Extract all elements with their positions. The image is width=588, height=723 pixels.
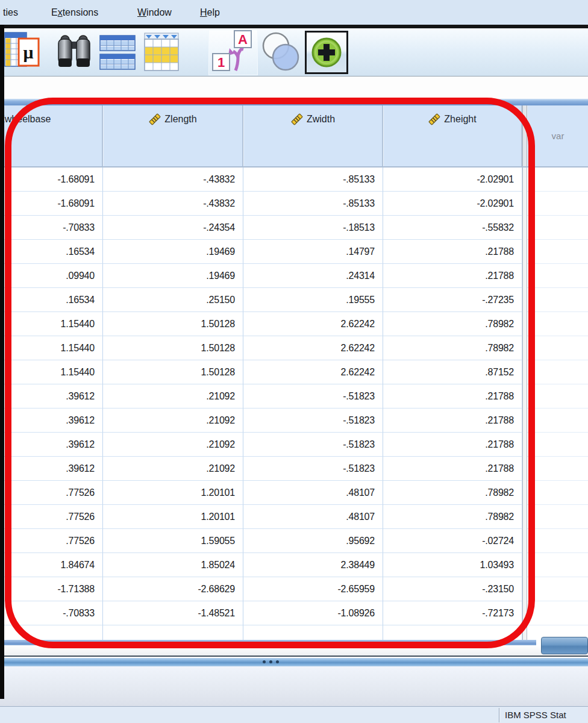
cell-zlength[interactable]: 1.50128 [103,312,243,336]
cell-zheight[interactable]: .78982 [383,336,522,360]
cell-var-empty[interactable] [527,192,588,216]
cell-zheight[interactable]: .78982 [383,481,522,505]
menu-item-help[interactable]: Help [200,0,220,25]
variables-button[interactable]: μ [4,31,41,73]
cell-zwidth[interactable]: -.85133 [243,192,383,216]
cell-zwheelbase[interactable]: 1.15440 [0,336,103,360]
cell-var-empty[interactable] [527,457,588,481]
find-button[interactable] [55,33,93,73]
cell-var-empty[interactable] [527,601,588,625]
cell-zlength[interactable]: -.43832 [103,167,243,192]
cell-zwheelbase[interactable] [0,625,103,640]
cell-zwheelbase[interactable]: -.70833 [0,601,103,625]
menu-item-extensions[interactable]: Extensions [51,0,98,25]
cell-zheight[interactable]: -.27235 [383,288,522,312]
cell-var-empty[interactable] [527,553,588,577]
cell-zwheelbase[interactable]: .77526 [0,529,103,553]
cell-var-empty[interactable] [527,384,588,408]
cell-var-empty[interactable] [527,312,588,336]
cell-zwidth[interactable]: .24314 [243,264,383,288]
cell-var-empty[interactable] [527,216,588,240]
insert-cases-button[interactable] [99,34,136,73]
cell-zlength[interactable]: .25150 [103,288,243,312]
cell-zwidth[interactable]: 2.62242 [243,312,383,336]
column-header-zwidth[interactable]: Zwidth [243,105,383,166]
cell-zwheelbase[interactable]: .39612 [0,433,103,457]
cell-zwidth[interactable]: .14797 [243,240,383,264]
cell-zwheelbase[interactable]: .77526 [0,505,103,529]
splitter-handle-icon[interactable] [263,660,279,663]
cell-zwheelbase[interactable]: -.70833 [0,216,103,240]
cell-zwheelbase[interactable]: 1.84674 [0,553,103,577]
cell-zheight[interactable]: -.55832 [383,216,522,240]
menu-item-utilities-partial[interactable]: ties [3,0,18,25]
cell-zheight[interactable]: .21788 [383,433,522,457]
cell-zwheelbase[interactable]: .77526 [0,481,103,505]
cell-var-empty[interactable] [527,408,588,433]
cell-zwidth[interactable]: -1.08926 [243,601,383,625]
cell-zheight[interactable]: .21788 [383,384,522,408]
cell-zheight[interactable]: .21788 [383,457,522,481]
cell-zwheelbase[interactable]: -1.71388 [0,577,103,601]
cell-var-empty[interactable] [527,529,588,553]
cell-zwheelbase[interactable]: .09940 [0,264,103,288]
cell-zwidth[interactable]: 2.38449 [243,553,383,577]
cell-zlength[interactable]: -.24354 [103,216,243,240]
cell-zwidth[interactable]: -.51823 [243,457,383,481]
cell-zheight[interactable]: -.72173 [383,601,522,625]
cell-zlength[interactable]: -2.68629 [103,577,243,601]
cell-zlength[interactable]: 1.20101 [103,481,243,505]
cell-zwheelbase[interactable]: .39612 [0,408,103,433]
cell-zwidth[interactable]: 2.62242 [243,336,383,360]
cell-zwheelbase[interactable]: .16534 [0,240,103,264]
cell-zwheelbase[interactable]: .39612 [0,457,103,481]
cell-zwidth[interactable]: 2.62242 [243,360,383,384]
cell-zlength[interactable]: .21092 [103,457,243,481]
cell-zlength[interactable]: -.43832 [103,192,243,216]
cell-zheight[interactable]: .21788 [383,408,522,433]
cell-zlength[interactable]: 1.59055 [103,529,243,553]
cell-zwheelbase[interactable]: .39612 [0,384,103,408]
cell-var-empty[interactable] [527,264,588,288]
column-header-zwheelbase[interactable]: Zwheelbase [0,105,103,166]
cell-zheight[interactable]: .78982 [383,312,522,336]
cell-var-empty[interactable] [527,336,588,360]
cell-zheight[interactable]: -2.02901 [383,167,522,192]
horizontal-scrollbar-thumb[interactable] [541,637,588,654]
cell-zwheelbase[interactable]: -1.68091 [0,167,103,192]
cell-zheight[interactable]: -.23150 [383,577,522,601]
horizontal-scrollbar[interactable] [0,645,588,657]
cell-zlength[interactable]: .19469 [103,240,243,264]
cell-zlength[interactable]: .19469 [103,264,243,288]
cell-zlength[interactable]: 1.85024 [103,553,243,577]
cell-zwidth[interactable]: -.85133 [243,167,383,192]
cell-zwidth[interactable]: -.51823 [243,433,383,457]
show-all-variables-button[interactable] [305,31,348,74]
cell-zwidth[interactable]: -.51823 [243,408,383,433]
cell-zheight[interactable]: 1.03493 [383,553,522,577]
column-header-zheight[interactable]: Zheight [383,105,522,166]
cell-zlength[interactable]: 1.50128 [103,336,243,360]
cell-var-empty[interactable] [527,288,588,312]
cell-zwheelbase[interactable]: .16534 [0,288,103,312]
cell-zwheelbase[interactable]: 1.15440 [0,360,103,384]
cell-zwidth[interactable]: .48107 [243,505,383,529]
cell-var-empty[interactable] [527,481,588,505]
use-variable-sets-button[interactable] [259,31,302,77]
cell-zlength[interactable]: 1.20101 [103,505,243,529]
pane-splitter[interactable] [0,658,588,666]
cell-zwheelbase[interactable]: 1.15440 [0,312,103,336]
cell-zwidth[interactable] [243,625,383,640]
cell-zlength[interactable]: .21092 [103,384,243,408]
cell-zwidth[interactable]: .95692 [243,529,383,553]
cell-zwheelbase[interactable]: -1.68091 [0,192,103,216]
cell-zheight[interactable]: .21788 [383,264,522,288]
value-labels-button[interactable]: A 1 [208,30,258,75]
cell-zwidth[interactable]: .19555 [243,288,383,312]
cell-zheight[interactable]: .78982 [383,505,522,529]
column-header-var[interactable]: var [527,105,588,166]
cell-zwidth[interactable]: -2.65959 [243,577,383,601]
cell-var-empty[interactable] [527,505,588,529]
cell-zwidth[interactable]: -.18513 [243,216,383,240]
cell-zlength[interactable] [103,625,243,640]
